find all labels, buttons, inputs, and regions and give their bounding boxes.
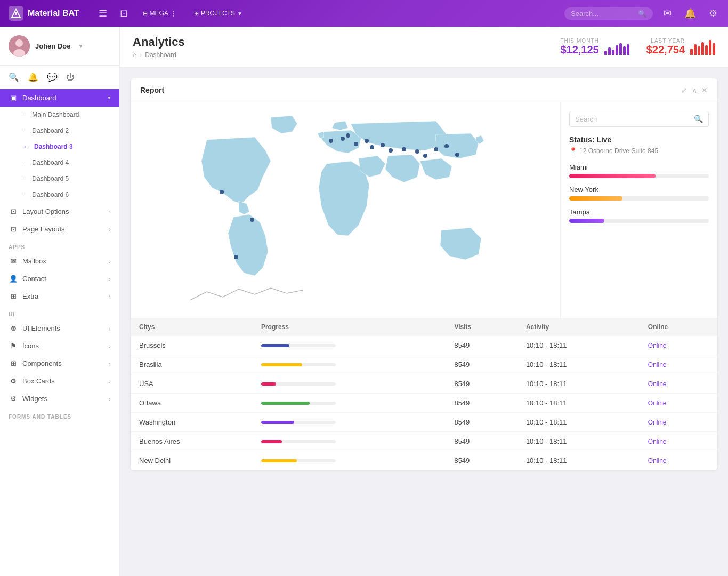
dashboard-icon: ▣	[9, 94, 18, 102]
top-search-input[interactable]	[571, 10, 635, 18]
cell-online: Online	[640, 336, 717, 355]
icons-icon: ⚑	[9, 342, 18, 350]
this-month-info: THIS MONTH $12,125	[560, 38, 598, 56]
expand-icon[interactable]: ⊡	[118, 5, 130, 21]
settings-icon[interactable]: ⚙	[707, 5, 719, 21]
address-line: 📍 12 Osborne Drive Suite 845	[569, 147, 709, 155]
sidebar-item-dashboard-2[interactable]: ··· Dashboard 2	[0, 123, 119, 139]
sidebar-item-dashboard-4[interactable]: ··· Dashboard 4	[0, 155, 119, 171]
sidebar-layout-options[interactable]: ⊡ Layout Options ›	[0, 203, 119, 220]
page-header-right: THIS MONTH $12,125 LAST YEAR $22,754	[560, 38, 715, 56]
sidebar-contact[interactable]: 👤 Contact ›	[0, 270, 119, 287]
tampa-track	[569, 219, 709, 223]
expand-action-icon[interactable]: ⤢	[681, 86, 687, 94]
miami-bar: Miami	[569, 163, 709, 178]
sidebar-dashboard[interactable]: ▣ Dashboard ▾	[0, 89, 119, 107]
right-panel: 🔍 Status: Live 📍 12 Osborne Drive Suite …	[560, 102, 717, 318]
sidebar-item-dashboard-5[interactable]: ··· Dashboard 5	[0, 171, 119, 187]
cell-activity: 10:10 - 18:11	[517, 451, 640, 470]
page-header: Analytics ⌂ › Dashboard THIS MONTH $12,1…	[120, 27, 728, 68]
sidebar-icons[interactable]: ⚑ Icons ›	[0, 337, 119, 355]
cell-online: Online	[640, 413, 717, 432]
breadcrumb: ⌂ › Dashboard	[133, 51, 185, 59]
components-label: Components	[22, 359, 104, 367]
cell-online: Online	[640, 394, 717, 413]
sidebar-search-icon[interactable]: 🔍	[9, 72, 19, 82]
sidebar-extra[interactable]: ⊞ Extra ›	[0, 287, 119, 305]
cell-progress	[253, 451, 446, 470]
dots-icon-5: ···	[21, 176, 26, 182]
dots-icon-6: ···	[21, 192, 26, 198]
chart-bar	[709, 40, 711, 55]
ui-elements-icon: ⊛	[9, 324, 18, 332]
online-badge: Online	[648, 457, 667, 465]
online-badge: Online	[648, 399, 667, 407]
dashboard-3-label: Dashboard 3	[34, 143, 73, 150]
dashboard-2-label: Dashboard 2	[32, 127, 69, 134]
col-online: Online	[640, 318, 717, 336]
forms-label: FORMS And TABLES	[0, 407, 119, 422]
chart-bar	[713, 43, 715, 55]
world-map: .land { fill: #a8d4e6; stroke: white; st…	[136, 108, 555, 310]
dots-icon-1: ···	[21, 112, 26, 118]
sidebar-item-dashboard-6[interactable]: ··· Dashboard 6	[0, 187, 119, 203]
map-dot-17	[455, 153, 459, 157]
sidebar-components[interactable]: ⊞ Components ›	[0, 355, 119, 372]
progress-fill	[261, 440, 282, 443]
mega-button[interactable]: ⊞ MEGA ⋮	[139, 7, 181, 19]
notification-icon[interactable]: 🔔	[682, 5, 698, 21]
miami-label: Miami	[569, 163, 709, 171]
search-box: 🔍	[569, 111, 709, 127]
panel-search-input[interactable]	[575, 115, 694, 123]
mailbox-icon: ✉	[9, 257, 18, 265]
progress-track	[261, 402, 336, 405]
report-card: Report ⤢ ∧ ✕ .land { fill: #a8d4e6; stro…	[131, 78, 717, 470]
cell-activity: 10:10 - 18:11	[517, 336, 640, 355]
last-year-chart	[690, 39, 715, 55]
mail-icon[interactable]: ✉	[661, 5, 674, 21]
cell-progress	[253, 336, 446, 355]
sidebar-mailbox[interactable]: ✉ Mailbox ›	[0, 252, 119, 270]
cell-visits: 8549	[446, 394, 517, 413]
this-month-stat: THIS MONTH $12,125	[560, 38, 629, 56]
last-year-label: LAST YEAR	[646, 38, 685, 44]
map-dot-3	[250, 218, 254, 222]
sidebar-box-cards[interactable]: ⚙ Box Cards ›	[0, 372, 119, 390]
sidebar-widgets[interactable]: ⚙ Widgets ›	[0, 390, 119, 407]
sidebar-item-main-dashboard[interactable]: ··· Main Dashboard	[0, 107, 119, 123]
table-row: Brasilia 8549 10:10 - 18:11 Online	[131, 355, 717, 374]
layout-options-label: Layout Options	[22, 207, 104, 215]
username: Johen Doe	[35, 42, 70, 50]
cell-visits: 8549	[446, 413, 517, 432]
collapse-action-icon[interactable]: ∧	[692, 86, 697, 94]
page-layouts-label: Page Layouts	[22, 225, 104, 233]
cell-online: Online	[640, 355, 717, 374]
progress-fill	[261, 344, 289, 347]
apps-label: APPS	[0, 238, 119, 252]
cell-activity: 10:10 - 18:11	[517, 413, 640, 432]
dots-icon-4: ···	[21, 160, 26, 166]
progress-fill	[261, 459, 297, 462]
sidebar-chat-icon[interactable]: 💬	[47, 72, 58, 82]
main-content: Analytics ⌂ › Dashboard THIS MONTH $12,1…	[120, 27, 728, 576]
sidebar-item-dashboard-3[interactable]: → Dashboard 3	[0, 139, 119, 155]
sidebar-power-icon[interactable]: ⏻	[66, 73, 75, 82]
home-icon: ⌂	[133, 51, 136, 59]
sidebar-bell-icon[interactable]: 🔔	[28, 72, 38, 82]
sidebar-ui-elements[interactable]: ⊛ UI Elements ›	[0, 319, 119, 337]
map-dot-10	[381, 143, 385, 147]
ui-label: UI	[0, 305, 119, 319]
this-month-value: $12,125	[560, 44, 598, 56]
sidebar-page-layouts[interactable]: ⊡ Page Layouts ›	[0, 220, 119, 238]
chart-bar	[608, 47, 611, 55]
page-title: Analytics	[133, 35, 185, 49]
extra-label: Extra	[22, 292, 104, 300]
contact-icon: 👤	[9, 275, 18, 283]
miami-fill	[569, 174, 656, 178]
projects-button[interactable]: ⊞ PROJECTS ▼	[190, 7, 247, 19]
sidebar-icon-row: 🔍 🔔 💬 ⏻	[0, 66, 119, 89]
menu-icon[interactable]: ☰	[96, 5, 109, 21]
chart-bar	[627, 44, 629, 55]
dashboard-arrow: ▾	[108, 94, 111, 101]
close-action-icon[interactable]: ✕	[701, 86, 708, 94]
